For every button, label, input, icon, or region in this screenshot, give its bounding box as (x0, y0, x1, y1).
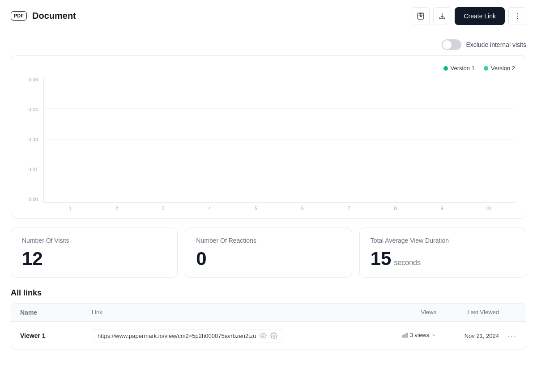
table-body: Viewer 1 https://www.papermark.io/view/c… (11, 322, 526, 350)
y-label-4: 0:04 (22, 107, 38, 112)
legend-v2: Version 2 (484, 65, 515, 72)
x-labels: 12345678910 (43, 203, 515, 211)
svg-point-5 (273, 335, 275, 337)
link-pill[interactable]: https://www.papermark.io/view/cm2×5p2h00… (92, 329, 283, 342)
bars-container (43, 77, 515, 203)
link-url: https://www.papermark.io/view/cm2×5p2h00… (98, 333, 256, 339)
x-label: 8 (372, 206, 419, 211)
stat-value-row: 15seconds (371, 249, 515, 268)
col-actions-header (499, 309, 517, 316)
more-options-button[interactable] (508, 7, 526, 25)
stat-suffix: seconds (394, 259, 421, 267)
y-label-1: 0:01 (22, 167, 38, 172)
col-views-header: Views (383, 309, 436, 316)
x-label: 6 (279, 206, 326, 211)
stat-label: Total Average View Duration (371, 237, 515, 244)
dots-vertical-icon (513, 12, 521, 20)
svg-rect-7 (404, 334, 405, 337)
x-label: 2 (94, 206, 140, 211)
stat-value: 15 (371, 249, 392, 268)
chart-card: Version 1 Version 2 0:06 0:04 0:03 0:01 … (11, 55, 526, 219)
links-table: Name Link Views Last Viewed Viewer 1 htt… (11, 303, 526, 350)
col-last-header: Last Viewed (436, 309, 499, 316)
svg-point-3 (517, 18, 518, 19)
svg-point-2 (517, 16, 518, 17)
table-header: Name Link Views Last Viewed (11, 303, 526, 322)
header: PDF Document Create Link (0, 0, 537, 32)
stat-value-row: 0 (196, 249, 341, 268)
x-label: 4 (186, 206, 233, 211)
row-name: Viewer 1 (20, 332, 92, 339)
y-label-0: 0:00 (22, 197, 38, 202)
row-last-viewed: Nov 21, 2024 (436, 332, 499, 339)
stats-row: Number Of Visits12Number Of Reactions0To… (11, 228, 526, 278)
exclude-label: Exclude internal visits (466, 41, 526, 48)
stat-card: Number Of Reactions0 (185, 228, 352, 278)
legend-v1: Version 1 (443, 65, 475, 72)
stat-card: Number Of Visits12 (11, 228, 178, 278)
y-label-6: 0:06 (22, 77, 38, 82)
download-icon-btn[interactable] (433, 7, 451, 25)
row-more-button[interactable]: ··· (507, 331, 517, 340)
create-link-button[interactable]: Create Link (455, 7, 505, 25)
y-label-3: 0:03 (22, 137, 38, 142)
svg-rect-8 (406, 333, 407, 338)
col-link-header: Link (92, 309, 383, 316)
share-icon-btn[interactable] (412, 7, 430, 25)
stat-value: 0 (196, 249, 206, 268)
chart-inner: 12345678910 (43, 77, 515, 211)
stat-value-row: 12 (22, 249, 166, 268)
stat-label: Number Of Reactions (196, 237, 341, 244)
x-label: 5 (233, 206, 279, 211)
svg-point-1 (517, 13, 518, 14)
stat-label: Number Of Visits (22, 237, 166, 244)
stat-value: 12 (22, 249, 43, 268)
legend-v1-dot (443, 66, 448, 71)
exclude-toggle[interactable] (442, 39, 461, 50)
download-icon (438, 12, 446, 20)
chart-legend: Version 1 Version 2 (22, 65, 515, 72)
stat-card: Total Average View Duration15seconds (359, 228, 526, 278)
x-label: 9 (418, 206, 465, 211)
exclude-row: Exclude internal visits (11, 39, 526, 50)
svg-point-4 (262, 335, 264, 337)
svg-rect-6 (402, 335, 403, 337)
all-links-section: All links Name Link Views Last Viewed Vi… (11, 288, 526, 350)
chart-area: 0:06 0:04 0:03 0:01 0:00 (22, 77, 515, 211)
row-link: https://www.papermark.io/view/cm2×5p2h00… (92, 329, 383, 342)
legend-v2-dot (484, 66, 488, 71)
x-label: 3 (140, 206, 187, 211)
row-views: 3 views (383, 332, 436, 340)
legend-v1-label: Version 1 (451, 65, 475, 72)
page-title: Document (32, 11, 76, 21)
main-content: Exclude internal visits Version 1 Versio… (0, 32, 537, 357)
bar-chart-icon (402, 332, 408, 338)
all-links-title: All links (11, 288, 526, 298)
header-actions: Create Link (412, 7, 526, 25)
x-label: 10 (465, 206, 511, 211)
col-name-header: Name (20, 309, 92, 316)
table-row: Viewer 1 https://www.papermark.io/view/c… (11, 322, 526, 350)
views-badge[interactable]: 3 views (402, 332, 436, 338)
settings-icon[interactable] (270, 332, 277, 339)
chevron-down-icon (431, 333, 436, 338)
row-actions[interactable]: ··· (499, 331, 517, 341)
y-axis: 0:06 0:04 0:03 0:01 0:00 (22, 77, 38, 211)
x-label: 1 (47, 206, 94, 211)
share-icon (417, 12, 425, 20)
legend-v2-label: Version 2 (491, 65, 515, 72)
eye-icon[interactable] (260, 332, 267, 339)
pdf-badge: PDF (11, 11, 27, 21)
x-label: 7 (326, 206, 372, 211)
